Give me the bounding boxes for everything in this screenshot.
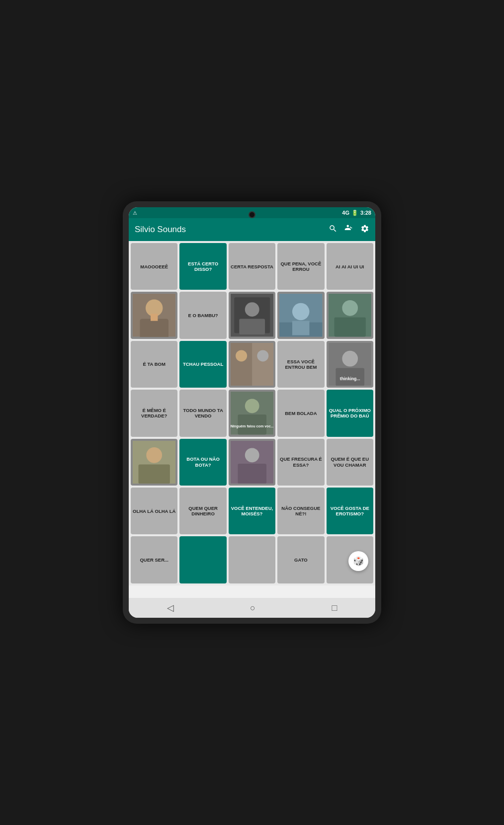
svg-text:thinking...: thinking... [339,376,360,381]
settings-button[interactable] [360,224,369,236]
back-button[interactable]: ◁ [167,602,174,613]
tile-21[interactable] [131,439,177,486]
app-title: Silvio Sounds [135,225,186,235]
device-frame: ⚠ 4G 🔋 3:28 Silvio Sounds [123,201,381,624]
svg-rect-7 [239,319,265,335]
grid-container: MAOOOEEÊESTÁ CERTO DISSO?CERTA RESPOSTAQ… [129,241,375,585]
tile-14[interactable]: ESSA VOCÊ ENTROU BEM [277,341,324,388]
svg-point-24 [245,399,259,413]
tile-6[interactable] [131,292,177,338]
tile-3[interactable]: CERTA RESPOSTA [229,243,275,290]
tile-9[interactable] [277,292,324,338]
svg-point-18 [257,350,268,361]
home-button[interactable]: ○ [250,603,255,613]
search-button[interactable] [329,224,337,236]
random-fab[interactable]: 🎲 [348,551,368,571]
status-right: 4G 🔋 3:28 [342,210,371,216]
tile-20[interactable]: QUAL O PRÓXIMO PRÊMIO DO BAÚ [327,390,373,436]
svg-rect-14 [334,318,365,337]
svg-point-17 [236,350,247,361]
svg-point-31 [245,448,259,462]
svg-point-13 [342,300,358,316]
tile-2[interactable]: ESTÁ CERTO DISSO? [179,243,226,290]
nav-bar: ◁ ○ □ [129,598,375,618]
tile-5[interactable]: AI AI AI UI UI [327,243,373,290]
svg-point-20 [342,351,358,367]
svg-point-6 [245,303,259,317]
tile-32[interactable] [179,536,226,583]
person-add-button[interactable] [344,224,353,236]
tile-12[interactable]: TCHAU PESSOAL [179,341,226,388]
tile-34[interactable]: GATO [277,536,324,583]
tile-30[interactable]: VOCÊ GOSTA DE EROTISMO? [327,488,373,534]
tile-23[interactable] [229,439,275,486]
svg-rect-29 [139,464,170,484]
warning-icon: ⚠ [133,210,137,216]
tile-27[interactable]: QUEM QUER DINHEIRO [179,488,226,534]
tile-4[interactable]: QUE PENA, VOCÊ ERROU [277,243,324,290]
tile-7[interactable]: E O BAMBU? [179,292,226,338]
sound-grid: MAOOOEEÊESTÁ CERTO DISSO?CERTA RESPOSTAQ… [131,243,373,583]
grid-scroll-area[interactable]: MAOOOEEÊESTÁ CERTO DISSO?CERTA RESPOSTAQ… [129,241,375,598]
camera [249,211,255,218]
app-bar-icons [329,224,369,236]
tile-19[interactable]: BEM BOLADA [277,390,324,436]
tile-24[interactable]: QUE FRESCURA É ESSA? [277,439,324,486]
tile-1[interactable]: MAOOOEEÊ [131,243,177,290]
tile-16[interactable]: É MÊMO É VERDADE? [131,390,177,436]
device-screen: ⚠ 4G 🔋 3:28 Silvio Sounds [129,207,375,618]
tile-22[interactable]: BOTA OU NÃO BOTA? [179,439,226,486]
tile-17[interactable]: TODO MUNDO TA VENDO [179,390,226,436]
time-label: 3:28 [360,210,371,216]
tile-13[interactable] [229,341,275,388]
svg-point-28 [146,447,162,463]
tile-11[interactable]: É TA BOM [131,341,177,388]
tile-18[interactable]: Ninguém falou com voc... [229,390,275,436]
tile-29[interactable]: NÃO CONSEGUE NÉ?! [277,488,324,534]
svg-text:Ninguém falou com voc...: Ninguém falou com voc... [231,424,273,428]
tile-25[interactable]: QUEM É QUE EU VOU CHAMAR [327,439,373,486]
status-left: ⚠ [133,210,137,216]
signal-label: 4G [342,210,349,216]
svg-point-10 [292,303,310,321]
svg-rect-32 [238,464,266,484]
svg-rect-16 [231,343,252,386]
svg-rect-3 [151,314,158,321]
tile-10[interactable] [327,292,373,338]
battery-icon: 🔋 [351,210,358,216]
recent-button[interactable]: □ [332,603,337,613]
tile-31[interactable]: QUER SER... [131,536,177,583]
tile-28[interactable]: VOCÊ ENTENDEU, MOISÉS? [229,488,275,534]
svg-rect-2 [140,319,168,337]
tile-15[interactable]: thinking... [327,341,373,388]
tile-26[interactable]: OLHA LÁ OLHA LÁ [131,488,177,534]
app-bar: Silvio Sounds [129,218,375,241]
svg-rect-11 [292,321,310,335]
tile-8[interactable] [229,292,275,338]
tile-33[interactable] [229,536,275,583]
